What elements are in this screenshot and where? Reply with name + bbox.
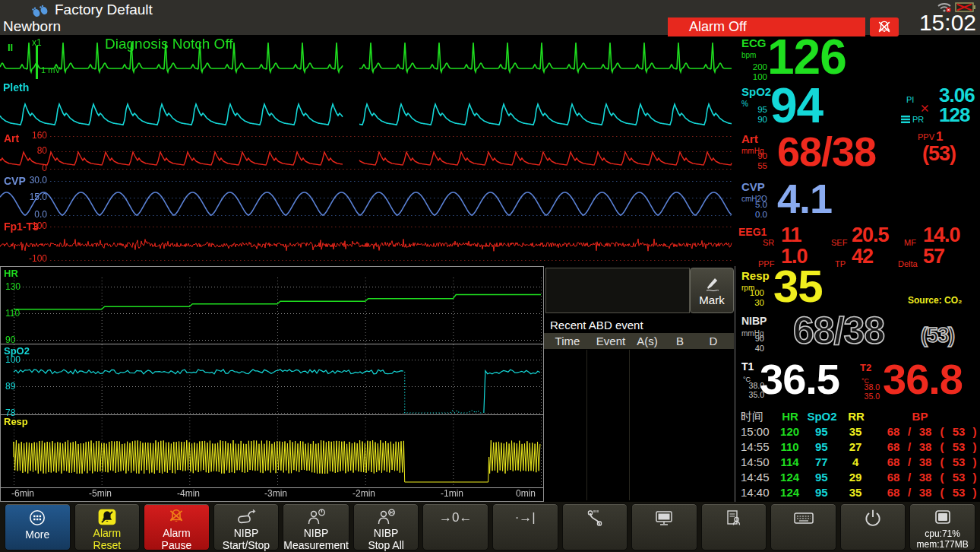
pleth-label[interactable]: Pleth — [3, 81, 29, 94]
button-label: NIBP — [304, 527, 329, 539]
trend-canvas — [1, 267, 543, 501]
trend-x-label: -6min — [11, 488, 34, 499]
tabular-trend-header: 时间 HR SpO2 RR BP — [735, 409, 980, 424]
cell-bp: 68/38(53) — [883, 424, 980, 439]
alarm-off-bell-icon[interactable] — [870, 17, 899, 36]
system-monitor-icon — [932, 507, 953, 528]
abd-event-title: Recent ABD event — [550, 319, 643, 332]
tabular-trend: 时间 HR SpO2 RR BP 15:00 120 95 35 68/38(5… — [735, 409, 980, 500]
nibp-measurement-icon — [305, 507, 327, 527]
ecg-limit-low: 100 — [744, 72, 767, 82]
cell-time: 15:00 — [735, 424, 776, 439]
abd-col-b: B — [664, 333, 696, 349]
art-scale-high: 160 — [27, 131, 47, 141]
trend-hr-label: HR — [4, 268, 18, 279]
ecg-lead-label[interactable]: II — [8, 42, 13, 53]
toolbar-button-nibp-measurement[interactable]: NIBP Measurement — [283, 503, 349, 550]
cell-bp: 68/38(53) — [883, 485, 980, 500]
cvp-scale-high: 30.0 — [21, 176, 47, 186]
toolbar-button-freeze[interactable]: ·→| — [492, 503, 558, 550]
resp-label: Resp — [741, 269, 770, 282]
table-row: 14:45 124 95 29 68/38(53) — [735, 470, 980, 485]
eeg1-tp-value: 42 — [852, 245, 873, 268]
eeg1-sr-value: 11 — [781, 224, 801, 247]
button-label: Start/Stop — [223, 539, 270, 551]
button-label: Stop All — [368, 539, 403, 551]
art-wave-label[interactable]: Art — [4, 132, 19, 144]
mark-comment-box[interactable] — [545, 268, 690, 313]
resp-source: Source: CO₂ — [908, 295, 962, 306]
cell-bp: 68/38(53) — [883, 439, 980, 455]
patient-type[interactable]: Newborn — [3, 18, 61, 35]
zero-calibration-icon: →0← — [439, 507, 472, 528]
ppv-label: PPV — [918, 132, 934, 141]
nibp-value: 68/38 — [793, 309, 884, 353]
eeg1-delta-value: 57 — [923, 245, 944, 268]
abd-col-time: Time — [544, 333, 591, 349]
cvp-scale-low: 0.0 — [21, 210, 47, 220]
event-panel: Mark Recent ABD event Time Event A(s) B … — [544, 266, 735, 502]
eeg1-ppf-label: PPF — [758, 259, 774, 268]
trend-spo2-tick-89: 89 — [5, 381, 15, 392]
cell-hr: 120 — [776, 424, 805, 439]
display-icon — [653, 507, 675, 528]
cell-hr: 124 — [776, 485, 805, 500]
button-label: Pause — [162, 539, 192, 551]
toolbar-button-display[interactable] — [631, 503, 697, 550]
t1-value: 36.5 — [760, 354, 839, 404]
cell-spo2: 95 — [805, 439, 839, 455]
toolbar-button-nibp-vent[interactable] — [562, 503, 628, 550]
button-label: Measurement — [283, 539, 349, 551]
art-scale-low: 0 — [27, 163, 47, 173]
button-label: Alarm — [163, 527, 191, 539]
art-map-value: (53) — [922, 142, 956, 166]
cell-time: 14:50 — [735, 455, 776, 470]
profile-name[interactable]: Factory Default — [55, 2, 153, 18]
waveform-area[interactable]: II x1 1 mV Diagnosis Notch Off Pleth Art… — [0, 35, 735, 266]
resp-limit-low: 30 — [741, 298, 764, 308]
nibp-cuff-icon — [236, 507, 257, 527]
toolbar-button-alarm-pause[interactable]: Alarm Pause — [144, 503, 210, 550]
cuff-vent-icon — [584, 507, 605, 528]
cvp-limit-high: 5.0 — [741, 200, 767, 210]
keyboard-icon — [792, 507, 815, 528]
nibp-stop-all-icon — [375, 507, 397, 527]
cell-spo2: 95 — [805, 485, 839, 500]
cell-time: 14:45 — [735, 470, 776, 485]
table-row: 14:55 110 95 27 68/38(53) — [735, 439, 980, 455]
mark-button-label: Mark — [699, 293, 724, 306]
patient-monitor-screen: Factory Default Newborn Alarm Off — [0, 0, 980, 552]
toolbar-button-more[interactable]: More — [5, 503, 71, 550]
col-rr: RR — [839, 409, 873, 424]
cell-rr: 27 — [839, 439, 872, 455]
trend-x-label: -3min — [264, 488, 287, 499]
col-bp: BP — [884, 409, 956, 424]
toolbar-button-system-status[interactable]: cpu:71% mem:177MB — [909, 503, 975, 550]
toolbar-button-power[interactable] — [840, 503, 906, 550]
pr-source-bars-icon — [901, 116, 910, 123]
eeg1-delta-label: Delta — [898, 259, 918, 268]
art-limit-high: 90 — [744, 151, 767, 161]
art-value: 68/38 — [777, 128, 876, 175]
cell-hr: 114 — [776, 455, 805, 470]
quick-key-toolbar: More Alarm Reset Alarm Pause — [0, 502, 980, 552]
mark-button[interactable]: Mark — [690, 268, 734, 313]
ecg-scale-label: 1 mV — [41, 65, 61, 75]
toolbar-button-keyboard[interactable] — [770, 503, 836, 550]
hr-value: 126 — [767, 29, 846, 85]
cell-rr: 4 — [839, 455, 872, 470]
toolbar-button-nibp-start-stop[interactable]: NIBP Start/Stop — [213, 503, 280, 550]
t2-limit-low: 35.0 — [855, 392, 880, 401]
spo2-limit-high: 95 — [744, 105, 767, 115]
button-label: Alarm — [93, 527, 122, 539]
button-label: More — [25, 528, 49, 541]
minitrend-panel[interactable]: HR 130 110 90 SpO2 100 89 78 Resp -6min … — [0, 266, 544, 502]
eeg1-sef-value: 20.5 — [852, 224, 889, 247]
resp-limit-high: 100 — [741, 288, 764, 298]
t2-label: T2 — [860, 362, 871, 373]
toolbar-button-alarm-reset[interactable]: Alarm Reset — [74, 503, 141, 550]
toolbar-button-zero[interactable]: →0← — [422, 503, 488, 550]
toolbar-button-patient-record[interactable] — [701, 503, 767, 550]
toolbar-button-nibp-stop-all[interactable]: NIBP Stop All — [353, 503, 419, 550]
cvp-value: 4.1 — [777, 175, 832, 222]
